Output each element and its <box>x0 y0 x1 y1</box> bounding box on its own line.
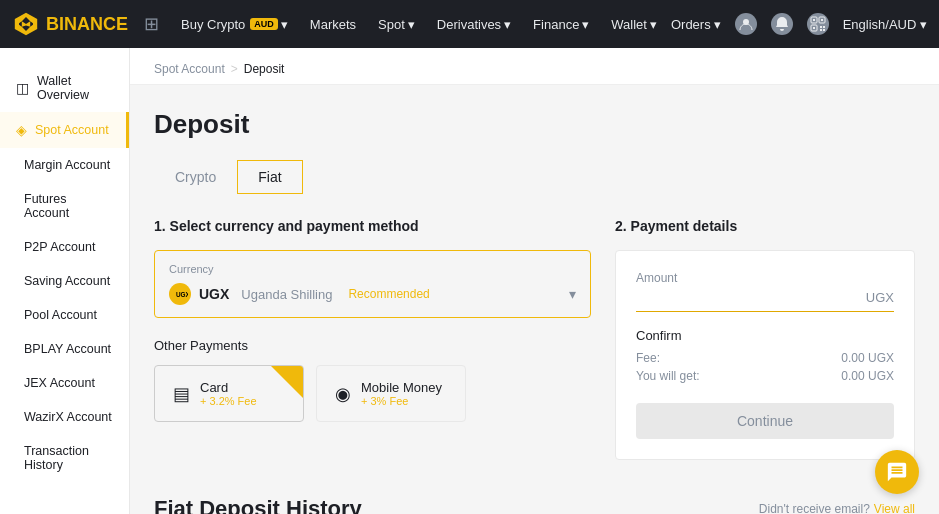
main-layout: ◫ Wallet Overview ◈ Spot Account Margin … <box>0 48 939 514</box>
you-get-row: You will get: 0.00 UGX <box>636 369 894 383</box>
currency-recommended: Recommended <box>348 287 429 301</box>
currency-label: Currency <box>169 263 576 275</box>
currency-badge: UGX <box>169 283 191 305</box>
sidebar-group: ◫ Wallet Overview ◈ Spot Account Margin … <box>0 64 129 482</box>
breadcrumb: Spot Account > Deposit <box>130 48 939 85</box>
card-fee: + 3.2% Fee <box>200 395 257 407</box>
mobile-money-name: Mobile Money <box>361 380 442 395</box>
page-title: Deposit <box>154 109 915 140</box>
amount-label: Amount <box>636 271 894 285</box>
sidebar-label-pool-account: Pool Account <box>24 308 97 322</box>
confirm-section: Confirm Fee: 0.00 UGX You will get: 0.00… <box>636 328 894 383</box>
nav-language-label: English/AUD ▾ <box>843 17 927 32</box>
sidebar-item-wazirx-account[interactable]: WazirX Account <box>0 400 129 434</box>
sidebar-item-transaction-history[interactable]: Transaction History <box>0 434 129 482</box>
amount-input-row: UGX <box>636 289 894 312</box>
nav-derivatives[interactable]: Derivatives ▾ <box>427 13 521 36</box>
sidebar-label-bplay-account: BPLAY Account <box>24 342 111 356</box>
breadcrumb-parent[interactable]: Spot Account <box>154 62 225 76</box>
bell-icon[interactable] <box>771 13 793 35</box>
nav-derivatives-arrow: ▾ <box>504 17 511 32</box>
nav-finance-arrow: ▾ <box>582 17 589 32</box>
payment-card-mobile-money[interactable]: ◉ Mobile Money + 3% Fee <box>316 365 466 422</box>
mobile-money-icon: ◉ <box>335 383 351 405</box>
currency-code: UGX <box>199 286 229 302</box>
sidebar-label-spot-account: Spot Account <box>35 123 109 137</box>
sidebar-item-p2p-account[interactable]: P2P Account <box>0 230 129 264</box>
payment-details-title: 2. Payment details <box>615 218 915 234</box>
currency-left: UGX UGX Uganda Shilling Recommended <box>169 283 430 305</box>
nav-spot-label: Spot <box>378 17 405 32</box>
nav-finance-label: Finance <box>533 17 579 32</box>
sidebar-item-spot-account[interactable]: ◈ Spot Account <box>0 112 129 148</box>
mobile-money-fee: + 3% Fee <box>361 395 442 407</box>
sidebar: ◫ Wallet Overview ◈ Spot Account Margin … <box>0 48 130 514</box>
nav-markets-label: Markets <box>310 17 356 32</box>
svg-rect-12 <box>820 26 822 28</box>
confirm-title: Confirm <box>636 328 894 343</box>
currency-name: Uganda Shilling <box>241 287 332 302</box>
you-get-value: 0.00 UGX <box>841 369 894 383</box>
qr-icon[interactable] <box>807 13 829 35</box>
sidebar-label-saving-account: Saving Account <box>24 274 110 288</box>
card-name: Card <box>200 380 257 395</box>
logo-text: BINANCE <box>46 14 128 35</box>
breadcrumb-current: Deposit <box>244 62 285 76</box>
nav-markets[interactable]: Markets <box>300 13 366 36</box>
sidebar-item-margin-account[interactable]: Margin Account <box>0 148 129 182</box>
sidebar-item-saving-account[interactable]: Saving Account <box>0 264 129 298</box>
sidebar-item-jex-account[interactable]: JEX Account <box>0 366 129 400</box>
sidebar-item-pool-account[interactable]: Pool Account <box>0 298 129 332</box>
sidebar-item-futures-account[interactable]: Futures Account <box>0 182 129 230</box>
sidebar-label-futures-account: Futures Account <box>24 192 113 220</box>
tab-fiat[interactable]: Fiat <box>237 160 302 194</box>
currency-dropdown[interactable]: UGX UGX Uganda Shilling Recommended ▾ <box>169 283 576 305</box>
you-get-label: You will get: <box>636 369 700 383</box>
svg-rect-10 <box>821 19 823 21</box>
nav-derivatives-label: Derivatives <box>437 17 501 32</box>
sidebar-item-bplay-account[interactable]: BPLAY Account <box>0 332 129 366</box>
right-panel: 2. Payment details Amount UGX Confirm Fe… <box>615 218 915 460</box>
top-nav: BINANCE ⊞ Buy Crypto AUD ▾ Markets Spot … <box>0 0 939 48</box>
amount-currency: UGX <box>866 290 894 305</box>
history-title: Fiat Deposit History <box>154 496 362 514</box>
sidebar-label-wallet-overview: Wallet Overview <box>37 74 113 102</box>
nav-buy-crypto-label: Buy Crypto <box>181 17 245 32</box>
history-header: Fiat Deposit History Didn't receive emai… <box>154 496 915 514</box>
card-info: Card + 3.2% Fee <box>200 380 257 407</box>
nav-buy-crypto-arrow: ▾ <box>281 17 288 32</box>
nav-orders[interactable]: Orders▾ <box>671 17 721 32</box>
payment-cards: ▤ Card + 3.2% Fee ◉ Mobile Money + 3% Fe… <box>154 365 591 422</box>
chevron-down-icon: ▾ <box>569 286 576 302</box>
nav-spot[interactable]: Spot ▾ <box>368 13 425 36</box>
sidebar-label-p2p-account: P2P Account <box>24 240 95 254</box>
sidebar-item-wallet-overview[interactable]: ◫ Wallet Overview <box>0 64 129 112</box>
user-icon[interactable] <box>735 13 757 35</box>
content-grid: 1. Select currency and payment method Cu… <box>154 218 915 460</box>
svg-rect-14 <box>820 29 822 31</box>
tab-crypto[interactable]: Crypto <box>154 160 237 194</box>
main-content: Spot Account > Deposit Deposit Crypto Fi… <box>130 48 939 514</box>
view-all-link[interactable]: View all <box>874 502 915 514</box>
amount-input[interactable] <box>636 289 866 305</box>
svg-text:UGX: UGX <box>176 291 188 298</box>
nav-aud-badge: AUD <box>250 18 278 30</box>
nav-wallet[interactable]: Wallet▾ <box>611 17 657 32</box>
step1-title: 1. Select currency and payment method <box>154 218 591 234</box>
payment-card-card[interactable]: ▤ Card + 3.2% Fee <box>154 365 304 422</box>
currency-select-box: Currency UGX UGX Uganda Shilling Recomme… <box>154 250 591 318</box>
svg-rect-15 <box>823 26 825 28</box>
logo[interactable]: BINANCE <box>12 10 128 38</box>
grid-icon[interactable]: ⊞ <box>144 13 159 35</box>
nav-buy-crypto[interactable]: Buy Crypto AUD ▾ <box>171 13 298 36</box>
chat-button[interactable] <box>875 450 919 494</box>
sidebar-label-transaction-history: Transaction History <box>24 444 113 472</box>
history-email-prompt: Didn't receive email? View all <box>759 502 915 514</box>
wallet-icon: ◫ <box>16 80 29 96</box>
nav-language[interactable]: English/AUD ▾ <box>843 17 927 32</box>
continue-button[interactable]: Continue <box>636 403 894 439</box>
tabs: Crypto Fiat <box>154 160 915 194</box>
breadcrumb-separator: > <box>231 62 238 76</box>
nav-finance[interactable]: Finance ▾ <box>523 13 599 36</box>
sidebar-label-jex-account: JEX Account <box>24 376 95 390</box>
